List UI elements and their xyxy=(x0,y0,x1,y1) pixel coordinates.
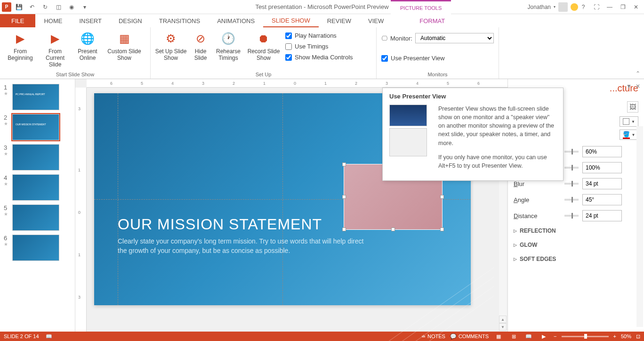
reading-view-button[interactable]: 📖 xyxy=(523,333,534,340)
transparency-input[interactable] xyxy=(582,146,622,157)
spellcheck-icon[interactable]: 📖 xyxy=(46,333,52,340)
blur-slider[interactable] xyxy=(564,183,579,185)
present-online-button[interactable]: 🌐 Present Online xyxy=(73,29,102,61)
pane-options-button[interactable]: ▼ xyxy=(626,83,632,89)
vertical-ruler[interactable]: 31013 xyxy=(75,88,87,332)
zoom-out-button[interactable]: − xyxy=(554,333,556,339)
size-input[interactable] xyxy=(582,162,622,173)
window-title: Test presentation - Microsoft PowerPoint… xyxy=(255,3,388,10)
app-icon: P xyxy=(2,2,11,12)
qat-button[interactable]: ◫ xyxy=(53,1,64,13)
zoom-level[interactable]: 50% xyxy=(621,333,631,339)
pane-close-button[interactable]: ✕ xyxy=(636,83,640,89)
custom-show-button[interactable]: ▦ Custom Slide Show xyxy=(104,29,145,61)
tab-file[interactable]: FILE xyxy=(0,14,35,27)
thumb-6[interactable]: 6★ xyxy=(0,233,75,263)
rehearse-button[interactable]: 🕐 Rehearse Timings xyxy=(214,29,243,61)
resize-handle[interactable] xyxy=(342,162,346,166)
next-slide-button[interactable]: ▼ xyxy=(499,323,507,331)
zoom-slider[interactable] xyxy=(562,336,609,337)
ribbon-options-button[interactable]: ⛶ xyxy=(590,1,603,13)
feedback-icon[interactable] xyxy=(571,3,578,11)
horizontal-ruler[interactable]: 6543210123456 xyxy=(87,79,507,88)
slide-count[interactable]: SLIDE 2 OF 14 xyxy=(4,333,39,339)
collapse-ribbon-button[interactable]: ⌃ xyxy=(636,70,640,77)
maximize-button[interactable]: ❐ xyxy=(617,1,629,13)
monitor-select[interactable]: Automatic xyxy=(415,33,494,43)
normal-view-button[interactable]: ▦ xyxy=(493,333,504,340)
resize-handle[interactable] xyxy=(391,227,395,231)
preset-dropdown[interactable]: ▼ xyxy=(620,116,638,127)
tab-animations[interactable]: ANIMATIONS xyxy=(209,14,263,27)
user-avatar[interactable] xyxy=(558,2,568,12)
slide-body[interactable]: Clearly state your company's long term m… xyxy=(118,237,372,255)
resize-handle[interactable] xyxy=(342,195,346,199)
help-button[interactable]: ? xyxy=(577,1,589,13)
slideshow-view-button[interactable]: ▶ xyxy=(539,333,549,340)
play-icon: ▶ xyxy=(13,31,28,46)
close-button[interactable]: ✕ xyxy=(630,1,642,13)
thumb-4[interactable]: 4★ xyxy=(0,172,75,203)
resize-handle[interactable] xyxy=(342,227,346,231)
user-name[interactable]: Jonathan xyxy=(528,4,551,10)
hide-slide-button[interactable]: ⊘ Hide Slide xyxy=(189,29,212,61)
setup-button[interactable]: ⚙ Set Up Slide Show xyxy=(154,29,187,61)
distance-slider[interactable] xyxy=(564,215,579,217)
resize-handle[interactable] xyxy=(440,227,444,231)
tab-transitions[interactable]: TRANSITIONS xyxy=(151,14,209,27)
record-button[interactable]: ⏺ Record Slide Show xyxy=(245,29,282,61)
play-narrations-checkbox[interactable]: Play Narrations xyxy=(284,30,354,41)
comments-button[interactable]: 💬COMMENTS xyxy=(450,333,489,340)
soft-edges-section[interactable]: ▷SOFT EDGES xyxy=(514,252,638,266)
hide-icon: ⊘ xyxy=(193,31,208,46)
notes-button[interactable]: ≐NOTES xyxy=(421,333,445,340)
blur-input[interactable] xyxy=(582,178,622,189)
thumb-1[interactable]: 1★ PC PRO ANNUAL REPORT xyxy=(0,82,75,112)
qat-button[interactable]: ◉ xyxy=(66,1,77,13)
angle-slider[interactable] xyxy=(564,199,579,201)
thumb-5[interactable]: 5★ xyxy=(0,203,75,233)
resize-handle[interactable] xyxy=(440,195,444,199)
glow-section[interactable]: ▷GLOW xyxy=(514,238,638,252)
sorter-view-button[interactable]: ⊞ xyxy=(508,333,519,340)
from-current-button[interactable]: ▶ From Current Slide xyxy=(39,29,72,68)
reflection-section[interactable]: ▷REFLECTION xyxy=(514,224,638,238)
undo-button[interactable]: ↶ xyxy=(26,1,38,13)
from-beginning-button[interactable]: ▶ From Beginning xyxy=(4,29,37,61)
tab-home[interactable]: HOME xyxy=(35,14,71,27)
fit-to-window-button[interactable]: ⊡ xyxy=(636,333,640,340)
slide-title[interactable]: OUR MISSION STATEMENT xyxy=(118,216,322,233)
angle-input[interactable] xyxy=(582,194,622,205)
tab-format[interactable]: FORMAT xyxy=(411,14,453,27)
tab-view[interactable]: VIEW xyxy=(360,14,392,27)
tooltip-title: Use Presenter View xyxy=(389,93,556,100)
custom-show-icon: ▦ xyxy=(117,31,132,46)
statusbar: SLIDE 2 OF 14 📖 ≐NOTES 💬COMMENTS ▦ ⊞ 📖 ▶… xyxy=(0,332,644,341)
globe-icon: 🌐 xyxy=(80,31,95,46)
use-timings-checkbox[interactable]: Use Timings xyxy=(284,41,354,52)
thumb-3[interactable]: 3★ xyxy=(0,142,75,172)
tab-design[interactable]: DESIGN xyxy=(110,14,151,27)
tooltip-preview xyxy=(389,105,432,176)
qat-customize[interactable]: ▾ xyxy=(79,1,90,13)
transparency-slider[interactable] xyxy=(564,151,579,153)
show-media-checkbox[interactable]: Show Media Controls xyxy=(284,52,354,63)
save-button[interactable]: 💾 xyxy=(13,1,24,13)
thumb-2[interactable]: 2★ OUR MISSION STATEMENT xyxy=(0,112,75,142)
size-slider[interactable] xyxy=(564,167,579,169)
setup-icon: ⚙ xyxy=(163,31,178,46)
tab-slideshow[interactable]: SLIDE SHOW xyxy=(263,14,319,27)
pane-scrollbar[interactable] xyxy=(636,126,643,327)
monitor-label: Monitor: xyxy=(390,35,412,42)
minimize-button[interactable]: — xyxy=(604,1,616,13)
tab-insert[interactable]: INSERT xyxy=(71,14,110,27)
presenter-view-checkbox[interactable]: Use Presenter View xyxy=(380,53,495,64)
zoom-in-button[interactable]: + xyxy=(613,333,616,339)
redo-button[interactable]: ↻ xyxy=(40,1,51,13)
picture-properties-icon[interactable]: 🖼 xyxy=(627,101,638,113)
color-dropdown[interactable]: 🪣▼ xyxy=(620,130,638,140)
slide-thumbnails[interactable]: 1★ PC PRO ANNUAL REPORT 2★ OUR MISSION S… xyxy=(0,79,75,332)
distance-input[interactable] xyxy=(582,210,622,221)
prev-slide-button[interactable]: ▲ xyxy=(499,316,507,323)
tab-review[interactable]: REVIEW xyxy=(319,14,360,27)
